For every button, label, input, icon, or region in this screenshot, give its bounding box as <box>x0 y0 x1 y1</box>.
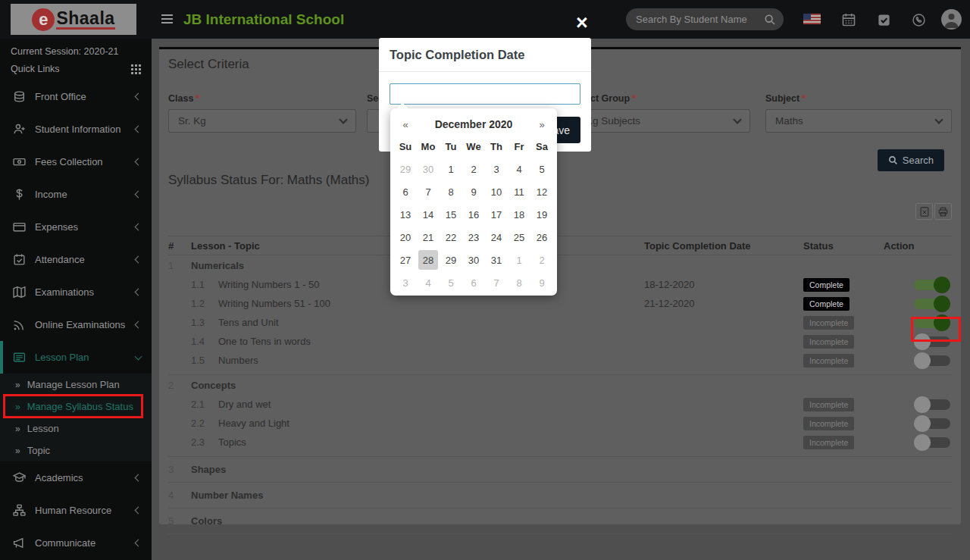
sidebar-subitem-label: Manage Syllabus Status <box>27 401 133 412</box>
calendar-icon[interactable] <box>839 10 859 30</box>
calendar-day[interactable]: 2 <box>462 158 485 180</box>
calendar-day[interactable]: 19 <box>530 203 553 226</box>
calendar-day[interactable]: 4 <box>508 158 530 180</box>
calendar-day[interactable]: 24 <box>485 226 508 249</box>
calendar-day[interactable]: 1 <box>508 249 530 271</box>
calendar-day[interactable]: 25 <box>508 226 530 249</box>
sidebar-item-fees-collection[interactable]: Fees Collection <box>0 145 152 178</box>
select-class[interactable]: Sr. Kg <box>168 109 356 133</box>
search-button[interactable]: Search <box>878 149 944 171</box>
sidebar-item-human-resource[interactable]: Human Resource <box>0 494 152 527</box>
double-chevron-icon: » <box>15 402 20 412</box>
search-icon[interactable] <box>764 14 776 26</box>
sidebar-item-front-office[interactable]: Front Office <box>0 80 152 113</box>
status-toggle[interactable] <box>914 396 950 413</box>
sidebar-item-expenses[interactable]: Expenses <box>0 211 152 243</box>
calendar-day[interactable]: 6 <box>394 180 417 203</box>
calendar-day[interactable]: 23 <box>462 226 485 249</box>
calendar-day[interactable]: 18 <box>508 203 530 226</box>
language-flag-icon[interactable] <box>803 14 821 24</box>
export-excel-button[interactable] <box>915 203 933 220</box>
sidebar-item-income[interactable]: Income <box>0 178 152 211</box>
calendar-day[interactable]: 5 <box>530 158 553 180</box>
calendar-day[interactable]: 20 <box>394 226 417 249</box>
calendar-day[interactable]: 11 <box>508 180 530 203</box>
sidebar-subitem-topic[interactable]: »Topic <box>0 440 152 461</box>
calendar-day[interactable]: 21 <box>417 226 440 249</box>
toggle-knob <box>914 396 931 413</box>
calendar-day-selected[interactable]: 28 <box>417 249 440 271</box>
status-toggle[interactable] <box>914 277 950 293</box>
select-subject[interactable]: Maths <box>765 109 952 133</box>
calendar-day[interactable]: 8 <box>508 271 530 294</box>
sidebar-item-student-information[interactable]: Student Information <box>0 113 152 145</box>
menu-toggle-icon[interactable] <box>161 14 173 26</box>
sidebar-subitem-manage-lesson-plan[interactable]: »Manage Lesson Plan <box>0 374 152 396</box>
sidebar-item-communicate[interactable]: Communicate <box>0 527 152 559</box>
calendar-day[interactable]: 4 <box>417 271 440 294</box>
status-toggle[interactable] <box>914 333 950 350</box>
select-subject-group[interactable]: Kg Subjects <box>565 109 750 133</box>
chevron-left-icon <box>135 321 142 329</box>
datepicker-month-label[interactable]: December 2020 <box>417 118 530 130</box>
sidebar-item-attendance[interactable]: Attendance <box>0 243 152 276</box>
calendar-day[interactable]: 14 <box>417 203 440 226</box>
calendar-day[interactable]: 2 <box>530 249 553 271</box>
datepicker-prev-button[interactable]: « <box>394 119 417 130</box>
lesson-number: 5 <box>168 515 191 527</box>
app-logo[interactable]: e Shaala <box>11 4 136 35</box>
student-search-input[interactable] <box>636 14 764 25</box>
quick-links-grid-icon[interactable] <box>131 64 141 74</box>
sidebar-item-online-examinations[interactable]: Online Examinations <box>0 308 152 341</box>
whatsapp-icon[interactable] <box>909 10 928 30</box>
print-button[interactable] <box>934 203 952 220</box>
calendar-day[interactable]: 31 <box>485 249 508 271</box>
topic-row: 1.1Writing Numbers 1 - 5018-12-2020Compl… <box>168 275 952 294</box>
calendar-day[interactable]: 7 <box>485 271 508 294</box>
topic-number: 1.5 <box>191 355 218 366</box>
sidebar-subitem-manage-syllabus-status[interactable]: »Manage Syllabus Status <box>0 396 152 418</box>
sidebar-item-label: Attendance <box>35 254 136 265</box>
chevron-left-icon <box>135 474 142 482</box>
status-toggle[interactable] <box>914 352 950 369</box>
calendar-day[interactable]: 29 <box>394 158 417 180</box>
field-label: Subject Group* <box>565 93 750 104</box>
sidebar-item-academics[interactable]: Academics <box>0 461 152 494</box>
calendar-day[interactable]: 3 <box>394 271 417 294</box>
sidebar-subitem-lesson[interactable]: »Lesson <box>0 418 152 440</box>
status-toggle[interactable] <box>914 415 950 432</box>
status-toggle[interactable] <box>914 296 950 312</box>
status-toggle[interactable] <box>914 434 950 451</box>
calendar-day[interactable]: 7 <box>417 180 440 203</box>
calendar-day[interactable]: 17 <box>485 203 508 226</box>
topic-row: 2.3TopicsIncomplete <box>168 433 952 452</box>
calendar-day[interactable]: 12 <box>530 180 553 203</box>
calendar-day[interactable]: 6 <box>462 271 485 294</box>
completion-date-input[interactable] <box>390 83 580 105</box>
sidebar-item-examinations[interactable]: Examinations <box>0 276 152 308</box>
calendar-day[interactable]: 10 <box>485 180 508 203</box>
calendar-day[interactable]: 8 <box>440 180 462 203</box>
calendar-day[interactable]: 5 <box>440 271 462 294</box>
calendar-day[interactable]: 16 <box>462 203 485 226</box>
calendar-day[interactable]: 9 <box>530 271 553 294</box>
calendar-day[interactable]: 15 <box>440 203 462 226</box>
calendar-day[interactable]: 3 <box>485 158 508 180</box>
calendar-day[interactable]: 26 <box>530 226 553 249</box>
status-toggle[interactable] <box>914 314 950 331</box>
calendar-day[interactable]: 9 <box>462 180 485 203</box>
calendar-day[interactable]: 13 <box>394 203 417 226</box>
calendar-day[interactable]: 30 <box>462 249 485 271</box>
calendar-day[interactable]: 27 <box>394 249 417 271</box>
datepicker-next-button[interactable]: » <box>530 119 553 130</box>
sidebar-item-lesson-plan[interactable]: Lesson Plan <box>0 341 152 374</box>
calendar-day[interactable]: 29 <box>440 249 462 271</box>
status-badge: Complete <box>803 297 850 311</box>
user-avatar[interactable] <box>941 9 962 30</box>
calendar-day[interactable]: 22 <box>440 226 462 249</box>
topic-row: 1.2Writing Numbers 51 - 10021-12-2020Com… <box>168 294 952 313</box>
task-check-icon[interactable] <box>874 10 893 30</box>
calendar-day[interactable]: 30 <box>417 158 440 180</box>
modal-close-icon[interactable]: × <box>576 13 588 33</box>
calendar-day[interactable]: 1 <box>440 158 462 180</box>
